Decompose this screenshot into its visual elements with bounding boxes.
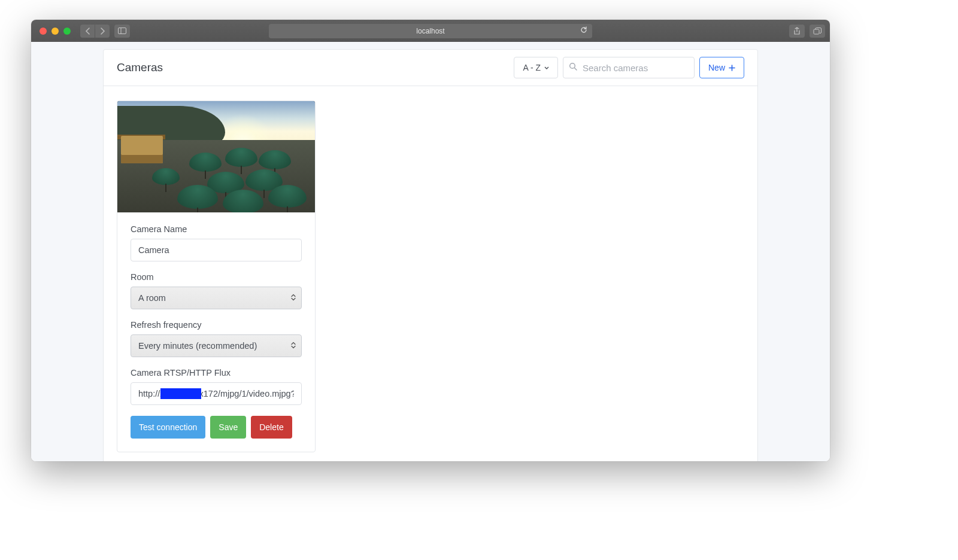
search-wrap bbox=[563, 57, 695, 78]
sort-label: A - Z bbox=[523, 63, 541, 72]
browser-titlebar: localhost bbox=[31, 20, 830, 42]
room-select[interactable]: A room bbox=[131, 287, 302, 309]
chevron-down-icon bbox=[544, 66, 549, 69]
reload-icon[interactable] bbox=[580, 26, 587, 35]
new-camera-button[interactable]: New bbox=[699, 57, 744, 78]
minimize-window-button[interactable] bbox=[51, 28, 59, 35]
address-bar[interactable]: localhost bbox=[269, 24, 592, 38]
chevron-right-icon bbox=[100, 28, 105, 35]
forward-button[interactable] bbox=[95, 25, 110, 38]
page-title: Cameras bbox=[117, 61, 163, 74]
browser-window: localhost Cameras bbox=[31, 20, 830, 461]
frequency-select[interactable]: Every minutes (recommended) bbox=[131, 334, 302, 357]
tabs-button[interactable] bbox=[810, 25, 825, 38]
camera-preview bbox=[117, 101, 315, 212]
svg-rect-0 bbox=[119, 28, 126, 34]
page-viewport: Cameras A - Z New bbox=[31, 42, 830, 461]
action-buttons: Test connection Save Delete bbox=[131, 416, 302, 439]
test-connection-button[interactable]: Test connection bbox=[131, 416, 205, 439]
room-label: Room bbox=[131, 272, 302, 282]
sort-dropdown[interactable]: A - Z bbox=[514, 57, 558, 78]
page-header: Cameras A - Z New bbox=[104, 50, 757, 86]
camera-name-label: Camera Name bbox=[131, 224, 302, 234]
svg-line-4 bbox=[574, 68, 577, 70]
header-controls: A - Z New bbox=[514, 57, 744, 78]
save-button[interactable]: Save bbox=[210, 416, 246, 439]
search-input[interactable] bbox=[563, 57, 695, 78]
maximize-window-button[interactable] bbox=[63, 28, 71, 35]
flux-input[interactable] bbox=[131, 382, 302, 405]
window-controls bbox=[40, 28, 71, 35]
nav-buttons bbox=[80, 25, 110, 38]
chevron-left-icon bbox=[85, 28, 90, 35]
tabs-icon bbox=[813, 28, 821, 35]
page-container: Cameras A - Z New bbox=[103, 49, 758, 461]
flux-label: Camera RTSP/HTTP Flux bbox=[131, 368, 302, 378]
back-button[interactable] bbox=[80, 25, 95, 38]
share-button[interactable] bbox=[789, 25, 805, 38]
close-window-button[interactable] bbox=[40, 28, 47, 35]
delete-button[interactable]: Delete bbox=[251, 416, 292, 439]
camera-form: Camera Name Room A room bbox=[117, 212, 315, 452]
frequency-label: Refresh frequency bbox=[131, 320, 302, 330]
titlebar-right bbox=[789, 25, 825, 38]
camera-card: Camera Name Room A room bbox=[117, 101, 316, 452]
new-label: New bbox=[708, 63, 725, 72]
plus-icon bbox=[729, 65, 735, 71]
share-icon bbox=[793, 27, 801, 35]
svg-rect-2 bbox=[814, 29, 819, 34]
camera-name-input[interactable] bbox=[131, 239, 302, 261]
sidebar-icon bbox=[118, 28, 126, 34]
sidebar-toggle-button[interactable] bbox=[114, 25, 130, 38]
search-icon bbox=[569, 62, 577, 73]
url-text: localhost bbox=[416, 27, 444, 35]
